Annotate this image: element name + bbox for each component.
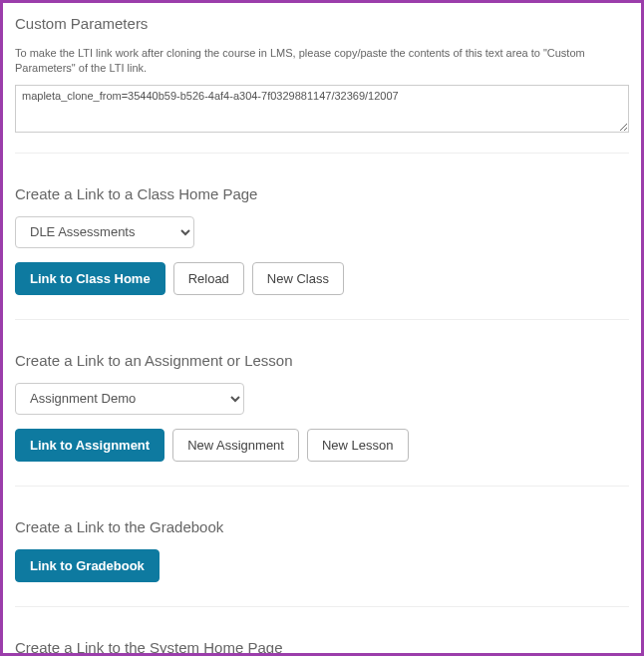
section-gradebook: Create a Link to the Gradebook Link to G… — [15, 487, 629, 607]
custom-parameters-textarea[interactable] — [15, 85, 629, 133]
section-system-home: Create a Link to the System Home Page Li… — [15, 607, 629, 656]
gradebook-button-row: Link to Gradebook — [15, 549, 629, 582]
class-home-button-row: Link to Class Home Reload New Class — [15, 262, 629, 295]
custom-parameters-title: Custom Parameters — [15, 15, 629, 32]
assignment-button-row: Link to Assignment New Assignment New Le… — [15, 429, 629, 462]
link-to-assignment-button[interactable]: Link to Assignment — [15, 429, 164, 462]
section-class-home: Create a Link to a Class Home Page DLE A… — [15, 154, 629, 320]
new-assignment-button[interactable]: New Assignment — [172, 429, 299, 462]
assignment-select[interactable]: Assignment Demo — [15, 383, 244, 415]
link-to-class-home-button[interactable]: Link to Class Home — [15, 262, 165, 295]
class-home-title: Create a Link to a Class Home Page — [15, 185, 629, 202]
gradebook-title: Create a Link to the Gradebook — [15, 518, 629, 535]
new-class-button[interactable]: New Class — [252, 262, 344, 295]
reload-button[interactable]: Reload — [173, 262, 244, 295]
custom-parameters-help: To make the LTI link work after cloning … — [15, 46, 629, 77]
new-lesson-button[interactable]: New Lesson — [307, 429, 409, 462]
link-to-gradebook-button[interactable]: Link to Gradebook — [15, 549, 160, 582]
class-select[interactable]: DLE Assessments — [15, 216, 194, 248]
assignment-title: Create a Link to an Assignment or Lesson — [15, 352, 629, 369]
section-assignment: Create a Link to an Assignment or Lesson… — [15, 320, 629, 487]
section-custom-parameters: Custom Parameters To make the LTI link w… — [15, 15, 629, 154]
lti-link-config-panel: Custom Parameters To make the LTI link w… — [0, 0, 644, 656]
system-home-title: Create a Link to the System Home Page — [15, 639, 629, 656]
